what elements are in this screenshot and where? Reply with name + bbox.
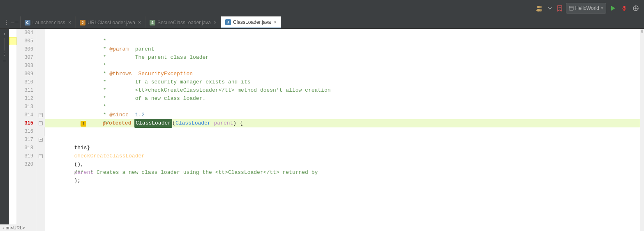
fold-319[interactable]: − xyxy=(39,154,43,158)
tab-close-urlclassloader[interactable]: × xyxy=(138,20,141,25)
classloader-highlight: ClassLoader xyxy=(134,119,172,128)
line-num-308: 308 xyxy=(16,62,36,70)
line-num-316: 316 xyxy=(16,127,36,136)
line-num-306: 306 xyxy=(16,45,36,53)
svg-marker-7 xyxy=(611,6,615,11)
profile-button[interactable] xyxy=(631,3,641,13)
tab-list: C Launcher.class × J URLClassLoader.java… xyxy=(21,16,281,28)
svg-point-9 xyxy=(624,7,625,8)
gutter-320 xyxy=(36,160,45,169)
scrollbar-vertical[interactable] xyxy=(640,29,644,231)
gutter-314[interactable]: − xyxy=(36,111,45,119)
gutter-318 xyxy=(36,144,45,152)
svg-point-16 xyxy=(635,7,637,9)
run-config-selector[interactable]: HelloWorld ▼ xyxy=(566,3,606,14)
code-line-315: ! protected ClassLoader ( ClassLoader pa… xyxy=(45,119,640,127)
line-num-315: 315 xyxy=(16,119,36,127)
tab-label-launcher: Launcher.class xyxy=(32,20,65,25)
run-config-chevron: ▼ xyxy=(601,6,603,11)
line-num-310: 310 xyxy=(16,78,36,86)
gutter-315[interactable]: − xyxy=(36,119,45,127)
gutter-306 xyxy=(36,45,45,53)
left-side-panel: › ⋮ — xyxy=(0,29,9,231)
bottom-panel-arrow[interactable]: › xyxy=(2,225,4,230)
tab-icon-secureclassloader: S xyxy=(150,20,155,25)
fold-line-316 xyxy=(44,127,44,136)
line-num-314: 314 xyxy=(16,111,36,119)
panel-divider xyxy=(4,38,5,51)
tab-bar-left-controls: ⋮ — — xyxy=(2,16,21,28)
line-num-318: 318 xyxy=(16,144,36,152)
fold-317[interactable]: − xyxy=(39,138,43,142)
gutter-319[interactable]: − xyxy=(36,152,45,160)
gutter: − − − − xyxy=(36,29,45,231)
tab-close-secureclassloader[interactable]: × xyxy=(214,20,217,25)
run-button[interactable] xyxy=(608,3,618,13)
gutter-312 xyxy=(36,95,45,103)
scrollbar-thumb[interactable] xyxy=(641,30,643,33)
tab-menu-dots[interactable]: ⋮ xyxy=(3,18,10,27)
tab-secureclassloader[interactable]: S SecureClassLoader.java × xyxy=(145,16,221,28)
main-content: › ⋮ — 304 305 306 307 308 309 310 311 31… xyxy=(0,29,644,231)
code-line-318 xyxy=(45,144,640,152)
code-editor[interactable]: 304 305 306 307 308 309 310 311 312 313 … xyxy=(9,29,644,231)
line-num-304: 304 xyxy=(16,29,36,37)
tab-label-classloader: ClassLoader.java xyxy=(233,19,271,25)
fold-314[interactable]: − xyxy=(39,113,43,117)
tab-icon-classloader: J xyxy=(225,19,231,25)
gutter-304 xyxy=(36,29,45,37)
code-lines[interactable]: * * @param parent * The parent class loa… xyxy=(45,29,640,231)
sticky-note xyxy=(9,37,16,45)
fold-315[interactable]: − xyxy=(39,121,43,125)
gutter-309 xyxy=(36,70,45,78)
bookmark-icon[interactable] xyxy=(555,3,564,13)
line-num-312: 312 xyxy=(16,95,36,103)
svg-rect-5 xyxy=(569,6,573,10)
gutter-310 xyxy=(36,78,45,86)
tab-label-urlclassloader: URLClassLoader.java xyxy=(88,20,135,25)
line-num-313: 313 xyxy=(16,103,36,111)
svg-line-11 xyxy=(626,8,626,9)
run-config-name: HelloWorld xyxy=(575,5,599,11)
line-num-319: 319 xyxy=(16,152,36,160)
tab-launcher[interactable]: C Launcher.class × xyxy=(21,16,76,28)
panel-icon-2[interactable]: ⋮ xyxy=(2,52,7,57)
tab-classloader[interactable]: J ClassLoader.java × xyxy=(221,16,281,28)
svg-point-3 xyxy=(539,9,542,12)
tab-minimize-btn[interactable]: — xyxy=(11,19,14,26)
gutter-307 xyxy=(36,53,45,62)
gutter-308 xyxy=(36,62,45,70)
tab-close-classloader[interactable]: × xyxy=(274,19,277,25)
top-bar-icons: HelloWorld ▼ xyxy=(534,3,641,14)
tab-label-secureclassloader: SecureClassLoader.java xyxy=(157,20,211,25)
code-line-305: * @param parent xyxy=(45,37,640,45)
svg-point-14 xyxy=(623,10,625,11)
code-line-308: * @throws SecurityException xyxy=(45,62,640,70)
top-bar: HelloWorld ▼ xyxy=(0,0,644,16)
line-num-309: 309 xyxy=(16,70,36,78)
gutter-305 xyxy=(36,37,45,45)
tab-urlclassloader[interactable]: J URLClassLoader.java × xyxy=(76,16,145,28)
code-line-313: * @since 1.2 xyxy=(45,103,640,111)
panel-icon-1[interactable]: › xyxy=(3,31,6,37)
gutter-313 xyxy=(36,103,45,111)
line-num-317: 317 xyxy=(16,136,36,144)
warning-icon-315: ! xyxy=(48,111,88,136)
svg-line-10 xyxy=(622,8,623,9)
tab-icon-launcher: C xyxy=(25,20,30,25)
bottom-panel-label: on<URL> xyxy=(6,225,25,230)
tab-close-launcher[interactable]: × xyxy=(68,20,71,25)
gutter-317[interactable]: − xyxy=(36,136,45,144)
svg-point-1 xyxy=(539,6,542,8)
gutter-316 xyxy=(36,127,45,136)
tab-restore-btn[interactable]: — xyxy=(15,18,18,25)
panel-icon-3[interactable]: — xyxy=(3,58,6,63)
code-line-317: } xyxy=(45,136,640,144)
code-line-304: * xyxy=(45,29,640,37)
chevron-down-icon[interactable] xyxy=(546,5,554,12)
bottom-status: › on<URL> xyxy=(0,224,28,231)
users-icon[interactable] xyxy=(534,3,545,14)
debug-button[interactable] xyxy=(619,3,629,13)
code-line-320: * Creates a new class loader using the <… xyxy=(45,160,640,169)
line-num-311: 311 xyxy=(16,86,36,95)
